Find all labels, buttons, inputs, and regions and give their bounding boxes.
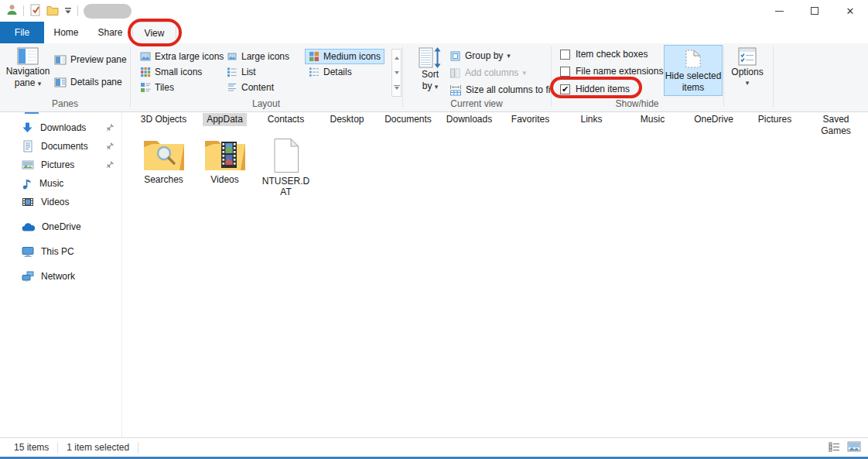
file-item-contacts[interactable]: Contacts bbox=[255, 113, 316, 126]
sidebar-item-network[interactable]: Network bbox=[0, 268, 121, 285]
details-view-icon bbox=[309, 67, 320, 77]
layout-tiles[interactable]: Tiles bbox=[136, 80, 178, 95]
gallery-scroll-up-button[interactable] bbox=[392, 50, 401, 65]
layout-small-icons[interactable]: Small icons bbox=[136, 64, 206, 80]
medium-icons-icon bbox=[309, 51, 320, 62]
group-by-button[interactable]: Group by ▾ bbox=[449, 48, 511, 63]
checkbox-unchecked[interactable] bbox=[560, 67, 570, 77]
maximize-button[interactable] bbox=[797, 0, 832, 22]
file-item-searches[interactable]: Searches bbox=[133, 138, 194, 185]
file-item-onedrive[interactable]: OneDrive bbox=[683, 113, 744, 126]
layout-list[interactable]: List bbox=[223, 64, 260, 80]
minimize-button[interactable] bbox=[761, 0, 797, 22]
file-item-ntuser-dat[interactable]: NTUSER.DAT bbox=[255, 138, 316, 197]
file-item-label: Documents bbox=[381, 113, 436, 126]
triangle-up-icon bbox=[395, 54, 399, 60]
large-icons-icon bbox=[227, 51, 238, 62]
hide-selected-label-2: items bbox=[682, 82, 705, 93]
show-hide-group-label: Show/hide bbox=[551, 98, 723, 109]
tab-view-label: View bbox=[145, 28, 165, 39]
layout-gallery-scrollbar bbox=[391, 49, 402, 97]
properties-button[interactable] bbox=[29, 4, 41, 19]
sidebar-item-documents[interactable]: Documents bbox=[0, 138, 121, 155]
options-label: Options bbox=[731, 67, 763, 77]
medium-icons-label: Medium icons bbox=[323, 51, 381, 62]
window-controls: ✕ bbox=[761, 0, 868, 22]
file-item-label: Desktop bbox=[326, 113, 367, 126]
main-area: Downloads Documents Pictures Music Video… bbox=[0, 112, 868, 437]
file-item-3d-objects[interactable]: 3D Objects bbox=[133, 113, 194, 126]
file-item-label: NTUSER.DAT bbox=[260, 176, 313, 197]
file-item-label: Links bbox=[576, 113, 606, 126]
options-icon bbox=[738, 47, 757, 66]
pin-icon[interactable] bbox=[106, 123, 114, 134]
checkbox-unchecked[interactable] bbox=[560, 50, 570, 60]
gallery-expand-button[interactable] bbox=[392, 80, 401, 96]
new-folder-button[interactable] bbox=[46, 5, 59, 18]
preview-pane-button[interactable]: Preview pane bbox=[54, 52, 127, 67]
layout-large-icons[interactable]: Large icons bbox=[223, 49, 293, 64]
sidebar-item-downloads[interactable]: Downloads bbox=[0, 119, 121, 136]
file-item-links[interactable]: Links bbox=[561, 113, 622, 126]
customize-toolbar-chevron-icon[interactable] bbox=[64, 5, 72, 16]
sidebar-item-onedrive[interactable]: OneDrive bbox=[0, 218, 121, 235]
file-item-videos[interactable]: Videos bbox=[194, 138, 255, 185]
details-pane-button[interactable]: Details pane bbox=[54, 74, 122, 90]
hide-selected-items-button[interactable]: Hide selected items bbox=[664, 45, 723, 96]
file-item-appdata-selected[interactable]: AppData bbox=[194, 113, 255, 126]
file-item-label: 3D Objects bbox=[137, 113, 190, 126]
tab-home-label: Home bbox=[53, 27, 78, 38]
sidebar-item-label: Documents bbox=[41, 141, 88, 152]
tab-share[interactable]: Share bbox=[88, 22, 132, 43]
options-button[interactable]: Options ▾ bbox=[727, 45, 767, 96]
file-item-downloads[interactable]: Downloads bbox=[439, 113, 500, 126]
sort-by-button[interactable]: Sort by ▾ bbox=[413, 45, 447, 96]
sort-by-label-2: by ▾ bbox=[422, 80, 439, 92]
close-button[interactable]: ✕ bbox=[832, 0, 868, 22]
maximize-icon bbox=[811, 7, 818, 15]
file-item-favorites[interactable]: Favorites bbox=[500, 113, 561, 126]
sidebar-item-label: Videos bbox=[41, 197, 69, 207]
tab-home[interactable]: Home bbox=[44, 22, 88, 43]
status-separator bbox=[57, 442, 58, 454]
sidebar-item-videos[interactable]: Videos bbox=[0, 194, 121, 211]
pin-icon[interactable] bbox=[106, 160, 114, 171]
gallery-scroll-down-button[interactable] bbox=[392, 65, 401, 80]
selection-count: 1 item selected bbox=[67, 442, 129, 453]
panes-group-label: Panes bbox=[0, 98, 130, 109]
status-bar: 15 items 1 item selected bbox=[0, 437, 868, 457]
layout-medium-icons-selected[interactable]: Medium icons bbox=[305, 49, 384, 64]
details-view-button[interactable] bbox=[829, 442, 840, 454]
sidebar-item-this-pc[interactable]: This PC bbox=[0, 243, 121, 260]
thumbnail-view-button[interactable] bbox=[847, 441, 861, 454]
file-list: 3D Objects AppData Contacts Desktop Docu… bbox=[122, 112, 868, 437]
tab-view[interactable]: View bbox=[132, 22, 176, 43]
navigation-pane-label-2: pane ▾ bbox=[15, 77, 42, 89]
file-item-label: Contacts bbox=[264, 113, 308, 126]
add-columns-icon bbox=[449, 67, 461, 79]
file-item-pictures[interactable]: Pictures bbox=[744, 113, 805, 126]
group-by-icon bbox=[449, 50, 461, 62]
file-name-extensions-option[interactable]: File name extensions bbox=[560, 64, 663, 78]
layout-extra-large-icons[interactable]: Extra large icons bbox=[136, 49, 227, 64]
triangle-down-icon bbox=[395, 87, 399, 92]
file-item-music[interactable]: Music bbox=[622, 113, 683, 126]
checkbox-checked[interactable]: ✔ bbox=[560, 84, 570, 94]
layout-content[interactable]: Content bbox=[223, 80, 278, 95]
navigation-pane-button[interactable]: Navigation pane ▾ bbox=[6, 45, 50, 96]
size-all-columns-button[interactable]: Size all columns to fit bbox=[449, 82, 553, 98]
file-item-desktop[interactable]: Desktop bbox=[316, 113, 378, 126]
extra-large-icons-icon bbox=[140, 51, 151, 62]
file-item-documents[interactable]: Documents bbox=[378, 113, 439, 126]
sidebar-item-pictures[interactable]: Pictures bbox=[0, 156, 121, 173]
sort-by-label-1: Sort bbox=[422, 69, 439, 80]
hidden-items-option[interactable]: ✔ Hidden items bbox=[560, 82, 630, 96]
sidebar-item-music[interactable]: Music bbox=[0, 175, 121, 192]
pin-icon[interactable] bbox=[106, 142, 114, 152]
file-item-label: OneDrive bbox=[690, 113, 737, 126]
check-icon: ✔ bbox=[562, 85, 569, 94]
item-check-boxes-option[interactable]: Item check boxes bbox=[560, 47, 648, 61]
layout-details[interactable]: Details bbox=[305, 64, 356, 80]
file-item-saved-games[interactable]: Saved Games bbox=[805, 113, 866, 138]
tab-file[interactable]: File bbox=[0, 22, 44, 43]
